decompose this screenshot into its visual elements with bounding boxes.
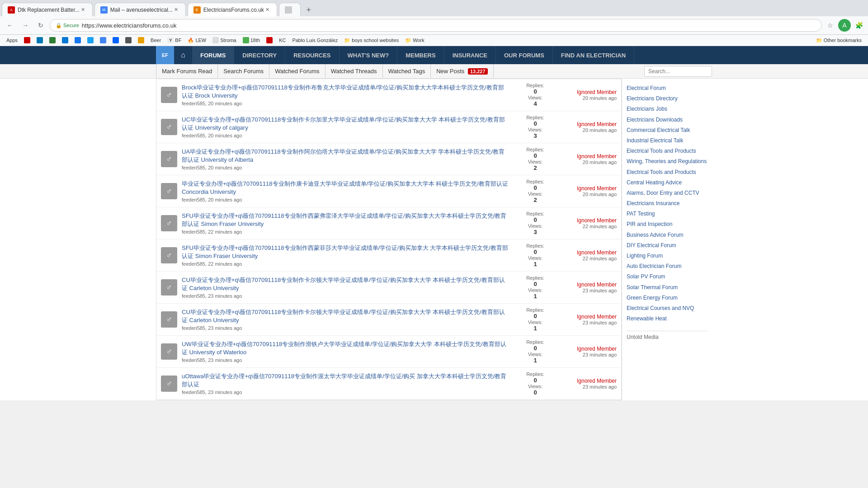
last-poster[interactable]: Ignored Member	[562, 378, 617, 384]
bookmark-lew[interactable]: 🔥 LEW	[185, 36, 209, 45]
thread-meta: feederi585, 20 minutes ago	[182, 197, 508, 202]
thread-title[interactable]: UA毕业证专业办理+q\薇信707091118专业制作阿尔伯塔大学毕业证成绩单/…	[182, 148, 508, 164]
last-poster[interactable]: Ignored Member	[562, 282, 617, 288]
sidebar-link-3[interactable]: Electricians Downloads	[627, 115, 708, 125]
thread-title[interactable]: UC毕业证专业办理+q\薇信707091118专业制作卡尔加里大学毕业证成绩单/…	[182, 116, 508, 132]
nav-insurance[interactable]: INSURANCE	[444, 46, 496, 64]
thread-title[interactable]: 毕业证专业办理+q\薇信707091118专业制作康卡迪亚大学毕业证成绩单/学位…	[182, 180, 508, 196]
sidebar-link-16[interactable]: Lighting Forum	[627, 251, 708, 261]
bookmark-work[interactable]: 📁 Work	[402, 36, 427, 45]
browser-tab-4[interactable]	[279, 3, 301, 16]
watched-threads[interactable]: Watched Threads	[326, 64, 383, 78]
bookmark-18th[interactable]: 18th	[240, 36, 263, 45]
bookmark-favicon-4[interactable]	[59, 36, 71, 45]
sidebar-link-1[interactable]: Electricians Directory	[627, 94, 708, 104]
tab-close-2[interactable]: ✕	[173, 6, 180, 14]
thread-title[interactable]: CU毕业证专业办理+q\薇信707091118专业制作卡尔顿大学毕业证成绩单/学…	[182, 308, 508, 324]
address-bar[interactable]: 🔒 Secure https://www.electriciansforums.…	[50, 19, 822, 32]
sidebar-link-17[interactable]: Auto Electrician Forum	[627, 261, 708, 272]
bookmark-kc[interactable]: KC	[276, 36, 288, 44]
last-poster[interactable]: Ignored Member	[562, 185, 617, 192]
sidebar-link-9[interactable]: Central Heating Advice	[627, 178, 708, 188]
sidebar-link-15[interactable]: DIY Electrical Forum	[627, 240, 708, 251]
sidebar-link-10[interactable]: Alarms, Door Entry and CCTV	[627, 188, 708, 198]
last-poster[interactable]: Ignored Member	[562, 346, 617, 352]
bookmark-facebook[interactable]	[72, 36, 84, 45]
nav-forums[interactable]: FORUMS	[192, 46, 234, 64]
sidebar-link-4[interactable]: Commercial Electrical Talk	[627, 125, 708, 136]
new-posts[interactable]: New Posts 13,227	[431, 64, 493, 78]
bookmark-dropbox[interactable]	[110, 36, 122, 45]
thread-title[interactable]: CU毕业证专业办理+q\薇信707091118专业制作卡尔顿大学毕业证成绩单/学…	[182, 276, 508, 292]
watched-forums[interactable]: Watched Forums	[269, 64, 326, 78]
sidebar-link-6[interactable]: Electrical Tools and Products	[627, 146, 708, 156]
sidebar-link-0[interactable]: Electrical Forum	[627, 83, 708, 94]
last-poster[interactable]: Ignored Member	[562, 217, 617, 224]
thread-title[interactable]: SFU毕业证专业办理+q\薇信707091118专业制作西蒙菲莎大学毕业证成绩单…	[182, 244, 508, 260]
browser-tab-1[interactable]: A Dtk Replacement Batter... ✕	[2, 3, 93, 16]
sidebar-link-21[interactable]: Electrical Courses and NVQ	[627, 303, 708, 314]
last-poster[interactable]: Ignored Member	[562, 314, 617, 320]
bookmark-favicon-1[interactable]	[21, 36, 33, 45]
back-button[interactable]: ←	[4, 19, 16, 32]
sidebar-link-7[interactable]: Wiring, Theories and Regulations	[627, 156, 708, 167]
bookmark-favicon-3[interactable]	[47, 36, 58, 45]
last-poster[interactable]: Ignored Member	[562, 121, 617, 127]
sidebar-link-18[interactable]: Solar PV Forum	[627, 272, 708, 282]
forward-button[interactable]: →	[19, 19, 32, 32]
sidebar-link-12[interactable]: PAT Testing	[627, 209, 708, 219]
search-input[interactable]	[644, 66, 712, 77]
new-tab-button[interactable]: +	[302, 4, 315, 16]
star-icon[interactable]: ☆	[825, 20, 835, 31]
nav-whats-new[interactable]: WHAT'S NEW?	[340, 46, 398, 64]
watched-tags[interactable]: Watched Tags	[383, 64, 431, 78]
thread-title[interactable]: uOttawa毕业证专业办理+q\薇信707091118专业制作渥太华大学毕业证…	[182, 372, 508, 389]
nav-resources[interactable]: RESOURCES	[285, 46, 339, 64]
bookmark-favicon-10[interactable]	[135, 36, 147, 45]
nav-logo[interactable]: EF	[156, 46, 174, 64]
tab-close-1[interactable]: ✕	[80, 6, 87, 14]
bookmark-pablo[interactable]: Pablo Luis González	[289, 36, 340, 44]
bookmark-other[interactable]: 📁 Other bookmarks	[813, 36, 864, 45]
bookmark-favicon-kc[interactable]	[264, 36, 275, 45]
sidebar-link-8[interactable]: Electrical Tools and Products	[627, 167, 708, 178]
sidebar-link-green-energy[interactable]: Green Energy Forum	[627, 293, 708, 303]
last-poster[interactable]: Ignored Member	[562, 89, 617, 95]
bookmark-bf[interactable]: Y BF	[165, 36, 184, 45]
thread-title[interactable]: UW毕业证专业办理+q\薇信707091118专业制作滑铁卢大学毕业证成绩单/学…	[182, 340, 508, 357]
nav-find-electrician[interactable]: FIND AN ELECTRICIAN	[553, 46, 634, 64]
sidebar-link-2[interactable]: Electricians Jobs	[627, 104, 708, 114]
nav-home-icon[interactable]: ⌂	[174, 46, 192, 64]
user-icon[interactable]: A	[838, 19, 851, 32]
bookmark-linkedin[interactable]	[34, 36, 46, 45]
sidebar-link-22[interactable]: Renewable Heat	[627, 314, 708, 324]
thread-title[interactable]: Brock毕业证专业办理+q\薇信707091118专业制作布鲁克大学毕业证成绩…	[182, 84, 508, 100]
bookmark-favicon-9[interactable]	[123, 36, 134, 45]
sidebar-link-14[interactable]: Business Advice Forum	[627, 230, 708, 240]
browser-tab-2[interactable]: ✉ Mail – avenuseelectrical... ✕	[94, 3, 186, 16]
sidebar-link-11[interactable]: Electricians Insurance	[627, 198, 708, 209]
bookmark-apps[interactable]: Apps	[4, 36, 20, 44]
tab-close-3[interactable]: ✕	[264, 6, 271, 14]
bookmark-google[interactable]	[97, 36, 109, 45]
sidebar-link-5[interactable]: Industrial Electrical Talk	[627, 136, 708, 146]
nav-directory[interactable]: DIRECTORY	[234, 46, 285, 64]
bookmark-beer[interactable]: Beer	[148, 36, 164, 44]
bookmark-twitter[interactable]	[85, 36, 96, 45]
sidebar-link-solar-thermal[interactable]: Solar Thermal Forum	[627, 282, 708, 293]
browser-tab-3[interactable]: E ElectriciansForums.co.uk ✕	[188, 3, 277, 16]
last-poster[interactable]: Ignored Member	[562, 249, 617, 256]
extensions-icon[interactable]: 🧩	[854, 20, 864, 31]
thread-title[interactable]: SFU毕业证专业办理+q\薇信707091118专业制作西蒙弗雷泽大学毕业证成绩…	[182, 212, 508, 228]
thread-stats: Replies: 0 Views: 1	[508, 243, 562, 267]
sidebar-link-13[interactable]: PIR and Inspection	[627, 219, 708, 230]
bookmark-stroma[interactable]: Stroma	[210, 36, 239, 45]
bookmark-boys-school[interactable]: 📁 boys school websites	[341, 36, 401, 45]
search-forums[interactable]: Search Forums	[218, 64, 269, 78]
mark-forums-read[interactable]: Mark Forums Read	[156, 64, 218, 78]
nav-members[interactable]: MEMBERS	[397, 46, 444, 64]
reload-button[interactable]: ↻	[34, 19, 47, 32]
nav-our-forums[interactable]: OUR FORUMS	[496, 46, 553, 64]
last-time: 22 minutes ago	[562, 224, 617, 229]
last-poster[interactable]: Ignored Member	[562, 153, 617, 160]
